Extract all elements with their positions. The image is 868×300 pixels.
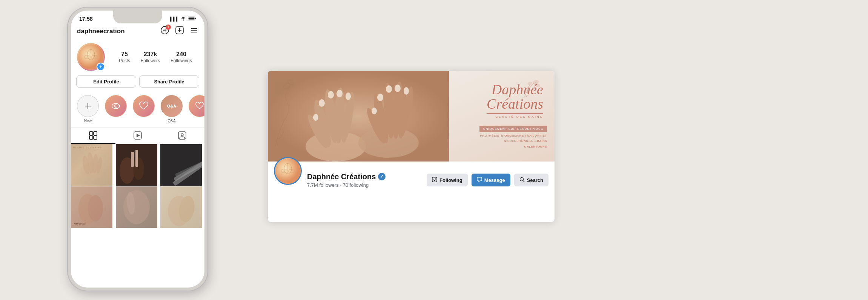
following-label: Followings bbox=[171, 58, 192, 63]
status-icons: ▌▌▌ bbox=[170, 16, 196, 22]
highlight-heart2[interactable] bbox=[189, 95, 204, 119]
svg-point-58 bbox=[328, 91, 334, 98]
svg-point-0 bbox=[183, 20, 184, 21]
profile-buttons: Edit Profile Share Profile bbox=[71, 75, 204, 92]
fb-message-button[interactable]: Message bbox=[472, 174, 510, 186]
svg-line-87 bbox=[523, 180, 524, 182]
highlight-heart[interactable] bbox=[133, 95, 155, 119]
svg-point-29 bbox=[181, 134, 183, 136]
svg-point-68 bbox=[377, 94, 383, 101]
fb-action-buttons: Following Message Search bbox=[427, 174, 548, 186]
fb-verified-badge: ✓ bbox=[378, 173, 386, 180]
fb-following-label: Following bbox=[439, 177, 462, 183]
profile-stats: + 75 Posts 237k Followers 240 Followings bbox=[71, 40, 204, 75]
svg-point-61 bbox=[313, 114, 318, 121]
svg-point-76 bbox=[535, 83, 541, 87]
search-icon bbox=[519, 177, 525, 183]
fb-avatar-image bbox=[275, 158, 301, 184]
following-count: 240 bbox=[176, 51, 186, 58]
fb-hands-image bbox=[268, 71, 449, 162]
highlight-heart-circle[interactable] bbox=[133, 95, 155, 117]
signal-icon: ▌▌▌ bbox=[170, 17, 179, 21]
message-icon bbox=[477, 177, 482, 183]
fb-following-count: 70 following bbox=[343, 182, 369, 188]
phone-notch bbox=[113, 11, 162, 23]
highlight-qa[interactable]: Q&A Q&A bbox=[161, 95, 183, 123]
add-post-icon[interactable] bbox=[175, 26, 184, 37]
posts-count: 75 bbox=[121, 51, 128, 58]
svg-point-45 bbox=[88, 195, 103, 222]
followers-count: 237k bbox=[144, 51, 157, 58]
svg-point-57 bbox=[319, 99, 325, 107]
highlight-new[interactable]: New bbox=[77, 95, 99, 123]
fb-search-label: Search bbox=[527, 177, 543, 183]
edit-profile-button[interactable]: Edit Profile bbox=[76, 75, 136, 88]
fb-brand-sub: BEAUTÉ DES MAINS bbox=[487, 113, 543, 118]
svg-rect-23 bbox=[94, 132, 97, 135]
svg-rect-2 bbox=[195, 18, 196, 19]
fb-followers: 7.7M followers · 70 following bbox=[307, 182, 421, 188]
svg-rect-24 bbox=[89, 136, 93, 139]
photo-grid: BEAUTÉ DES MAINS bbox=[71, 144, 204, 228]
highlight-eye-circle[interactable] bbox=[105, 95, 127, 117]
svg-rect-3 bbox=[189, 18, 195, 20]
fb-following-button[interactable]: Following bbox=[427, 174, 468, 186]
svg-marker-27 bbox=[137, 134, 140, 137]
fb-info-line2: NIEDERBRONN-LES-BAINS bbox=[480, 138, 547, 144]
highlight-qa-circle[interactable]: Q&A bbox=[161, 95, 183, 117]
svg-point-71 bbox=[404, 87, 409, 95]
highlight-heart2-circle[interactable] bbox=[189, 95, 204, 117]
fb-page-name: Daphnée Créations ✓ bbox=[307, 172, 421, 181]
threads-badge: 2 bbox=[166, 25, 171, 30]
following-icon bbox=[432, 177, 437, 183]
tab-reels[interactable] bbox=[115, 128, 160, 144]
fb-search-button[interactable]: Search bbox=[514, 174, 548, 186]
fb-info-text: PROTHÉSISTE ONGULAIRE | NAIL ARTIST NIED… bbox=[480, 133, 547, 149]
fb-message-label: Message bbox=[484, 177, 505, 183]
posts-label: Posts bbox=[119, 58, 130, 63]
tab-bar bbox=[71, 128, 204, 144]
photo-cell-1[interactable]: BEAUTÉ DES MAINS bbox=[71, 144, 112, 186]
svg-point-46 bbox=[123, 190, 150, 224]
svg-point-86 bbox=[520, 177, 523, 181]
avatar[interactable]: + bbox=[77, 43, 105, 71]
fb-name-text: Daphnée Créations bbox=[307, 172, 376, 181]
status-time: 17:58 bbox=[79, 16, 93, 22]
phone-screen: 17:58 ▌▌▌ daphneecration Θ 2 bbox=[71, 11, 204, 288]
svg-rect-22 bbox=[89, 132, 93, 135]
photo-cell-2[interactable] bbox=[116, 144, 157, 186]
svg-rect-38 bbox=[131, 152, 134, 167]
avatar-add-button[interactable]: + bbox=[97, 63, 105, 71]
followers-stat[interactable]: 237k Followers bbox=[141, 51, 160, 63]
phone-body: 17:58 ▌▌▌ daphneecration Θ 2 bbox=[68, 8, 207, 291]
fb-cover-photo: Daphnée Créations BEAUTÉ DES MAINS UNIQU… bbox=[268, 71, 555, 162]
svg-point-70 bbox=[395, 85, 401, 92]
tab-tagged[interactable] bbox=[160, 128, 204, 144]
share-profile-button[interactable]: Share Profile bbox=[139, 75, 199, 88]
following-stat[interactable]: 240 Followings bbox=[171, 51, 192, 63]
fb-followers-count: 7.7M followers bbox=[307, 182, 339, 188]
photo-cell-6[interactable] bbox=[160, 186, 202, 228]
svg-rect-39 bbox=[135, 150, 138, 167]
photo-cell-3[interactable] bbox=[160, 144, 202, 186]
highlight-eye[interactable] bbox=[105, 95, 127, 119]
ig-header-icons: Θ 2 bbox=[161, 26, 198, 37]
threads-icon[interactable]: Θ 2 bbox=[161, 26, 169, 37]
svg-rect-83 bbox=[432, 177, 437, 182]
fb-info-line1: PROTHÉSISTE ONGULAIRE | NAIL ARTIST bbox=[480, 133, 547, 138]
highlight-new-circle[interactable] bbox=[77, 95, 99, 117]
posts-stat[interactable]: 75 Posts bbox=[119, 51, 130, 63]
fb-info-line3: & ALENTOURS bbox=[480, 144, 547, 149]
tab-grid[interactable] bbox=[71, 128, 115, 144]
fb-brand-text: Daphnée Créations BEAUTÉ DES MAINS bbox=[487, 82, 543, 118]
stats-group: 75 Posts 237k Followers 240 Followings bbox=[112, 51, 198, 63]
facebook-card: Daphnée Créations BEAUTÉ DES MAINS UNIQU… bbox=[268, 71, 555, 222]
wifi-icon bbox=[181, 16, 186, 22]
highlight-qa-label: Q&A bbox=[167, 119, 175, 123]
svg-point-59 bbox=[336, 90, 343, 97]
photo-cell-4[interactable]: nail artist bbox=[71, 186, 112, 228]
photo-cell-5[interactable] bbox=[116, 186, 157, 228]
fb-name-area: Daphnée Créations ✓ 7.7M followers · 70 … bbox=[307, 172, 421, 188]
menu-icon[interactable] bbox=[190, 26, 198, 37]
svg-point-60 bbox=[346, 92, 351, 100]
